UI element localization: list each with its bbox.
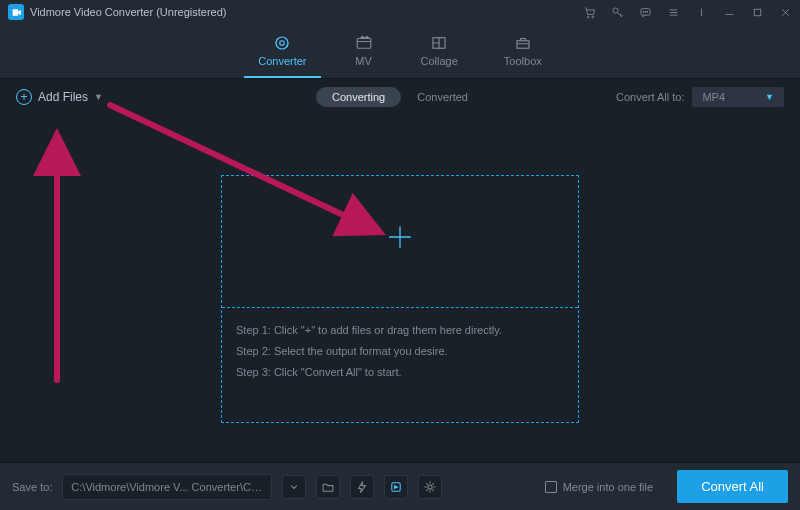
menu-icon[interactable] <box>666 5 680 19</box>
key-icon[interactable] <box>610 5 624 19</box>
step-3: Step 3: Click "Convert All" to start. <box>236 362 568 383</box>
step-1: Step 1: Click "+" to add files or drag t… <box>236 320 568 341</box>
divider <box>694 5 708 19</box>
tab-converter[interactable]: Converter <box>258 34 306 69</box>
app-logo-icon <box>8 4 24 20</box>
open-folder-button[interactable] <box>316 475 340 499</box>
save-to-label: Save to: <box>12 481 52 493</box>
svg-point-5 <box>644 11 645 12</box>
app-window: Vidmore Video Converter (Unregistered) C… <box>0 0 800 510</box>
svg-rect-12 <box>517 40 529 48</box>
add-files-button[interactable]: + Add Files ▼ <box>16 89 103 105</box>
tab-label: MV <box>355 55 372 67</box>
hw-accel-button[interactable] <box>350 475 374 499</box>
collage-icon <box>428 34 450 52</box>
maximize-icon[interactable] <box>750 5 764 19</box>
settings-button[interactable] <box>418 475 442 499</box>
svg-rect-10 <box>357 38 371 48</box>
checkbox-icon <box>545 481 557 493</box>
toolbox-icon <box>512 34 534 52</box>
save-path-field[interactable]: C:\Vidmore\Vidmore V... Converter\Conver… <box>62 474 272 500</box>
merge-checkbox[interactable]: Merge into one file <box>545 481 654 493</box>
main-area: Step 1: Click "+" to add files or drag t… <box>0 115 800 451</box>
main-tabs: Converter MV Collage Toolbox <box>0 24 800 79</box>
tab-label: Collage <box>421 55 458 67</box>
tab-toolbox[interactable]: Toolbox <box>504 34 542 69</box>
chevron-down-icon: ▼ <box>94 92 103 102</box>
svg-point-14 <box>428 484 432 488</box>
app-title: Vidmore Video Converter (Unregistered) <box>30 6 226 18</box>
step-2: Step 2: Select the output format you des… <box>236 341 568 362</box>
svg-point-9 <box>280 40 285 45</box>
footer: Save to: C:\Vidmore\Vidmore V... Convert… <box>0 462 800 510</box>
tab-mv[interactable]: MV <box>353 34 375 69</box>
close-icon[interactable] <box>778 5 792 19</box>
dropzone[interactable]: Step 1: Click "+" to add files or drag t… <box>221 175 579 423</box>
svg-point-6 <box>646 11 647 12</box>
instruction-steps: Step 1: Click "+" to add files or drag t… <box>236 320 568 383</box>
svg-rect-7 <box>754 9 761 16</box>
annotation-arrow-left <box>28 125 88 395</box>
tab-collage[interactable]: Collage <box>421 34 458 69</box>
high-speed-button[interactable] <box>384 475 408 499</box>
dropzone-divider <box>222 307 578 308</box>
cart-icon[interactable] <box>582 5 596 19</box>
minimize-icon[interactable] <box>722 5 736 19</box>
svg-point-4 <box>643 11 644 12</box>
convert-status-segmented: Converting Converted <box>316 87 484 107</box>
segment-converting[interactable]: Converting <box>316 87 401 107</box>
convert-all-button[interactable]: Convert All <box>677 470 788 503</box>
titlebar-controls <box>582 5 792 19</box>
output-format-select[interactable]: MP4 ▼ <box>692 87 784 107</box>
save-path-dropdown[interactable] <box>282 475 306 499</box>
feedback-icon[interactable] <box>638 5 652 19</box>
tab-label: Converter <box>258 55 306 67</box>
mv-icon <box>353 34 375 52</box>
chevron-down-icon: ▼ <box>765 92 774 102</box>
merge-label: Merge into one file <box>563 481 654 493</box>
segment-converted[interactable]: Converted <box>401 87 484 107</box>
dropzone-plus-icon[interactable] <box>387 224 413 254</box>
convert-all-to: Convert All to: MP4 ▼ <box>616 87 784 107</box>
svg-point-2 <box>612 7 617 12</box>
plus-circle-icon: + <box>16 89 32 105</box>
svg-point-0 <box>587 16 589 18</box>
add-files-label: Add Files <box>38 90 88 104</box>
output-format-value: MP4 <box>702 91 725 103</box>
titlebar: Vidmore Video Converter (Unregistered) <box>0 0 800 24</box>
tab-label: Toolbox <box>504 55 542 67</box>
converter-icon <box>271 34 293 52</box>
toolbar: + Add Files ▼ Converting Converted Conve… <box>0 79 800 115</box>
svg-point-1 <box>591 16 593 18</box>
convert-all-to-label: Convert All to: <box>616 91 684 103</box>
